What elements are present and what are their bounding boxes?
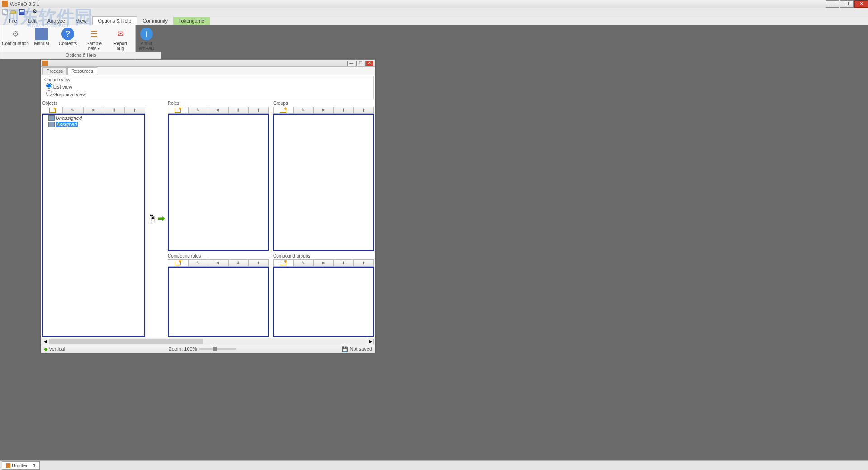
list-view-radio[interactable]: List view: [44, 82, 372, 90]
book-icon: [35, 28, 48, 40]
minimize-button[interactable]: —: [826, 0, 839, 8]
roles-list[interactable]: [168, 114, 269, 251]
roles-new-button[interactable]: [168, 107, 188, 114]
doc-icon: [42, 61, 48, 66]
svg-rect-2: [20, 10, 24, 12]
compound-groups-new-button[interactable]: [273, 259, 293, 267]
zoom-slider[interactable]: [199, 348, 236, 350]
about-button[interactable]: i About WoPeD: [134, 27, 159, 52]
contents-button[interactable]: ? Contents: [56, 27, 80, 52]
graphical-view-radio[interactable]: Graphical view: [44, 90, 372, 98]
report-bug-button[interactable]: ✉ Report bug: [108, 27, 132, 52]
doc-icon: [6, 463, 10, 468]
groups-list[interactable]: [273, 114, 374, 251]
objects-down-button[interactable]: ⬇: [104, 107, 125, 114]
app-title: WoPeD 3.6.1: [10, 1, 39, 7]
manual-button[interactable]: Manual: [29, 27, 54, 52]
scroll-left-button[interactable]: ◀: [42, 339, 48, 344]
tab-edit[interactable]: Edit: [23, 17, 42, 25]
scroll-right-button[interactable]: ▶: [368, 339, 374, 344]
child-close-button[interactable]: ✕: [365, 61, 373, 66]
child-minimize-button[interactable]: —: [347, 61, 355, 66]
vertical-icon: ◆: [44, 346, 47, 352]
open-icon[interactable]: [10, 9, 17, 16]
child-titlebar: — ☐ ✕: [41, 60, 375, 67]
tab-resources[interactable]: Resources: [67, 67, 97, 75]
compound-groups-edit-button[interactable]: ✎: [293, 259, 314, 267]
settings-icon[interactable]: ⚙: [33, 9, 40, 16]
choose-view-group: Choose view List view Graphical view: [42, 76, 374, 99]
objects-up-button[interactable]: ⬆: [124, 107, 145, 114]
groups-up-button[interactable]: ⬆: [354, 107, 374, 114]
app-statusbar: Untitled - 1: [0, 460, 868, 470]
tab-analyze[interactable]: Analyze: [42, 17, 71, 25]
tab-process[interactable]: Process: [42, 67, 67, 75]
save-status-label: Not saved: [349, 346, 372, 352]
tab-options-help[interactable]: Options & Help: [92, 16, 137, 25]
scroll-track[interactable]: [49, 339, 367, 344]
close-button[interactable]: ✕: [854, 0, 868, 8]
assign-arrow-area: 🖱 ➡: [145, 100, 168, 337]
roles-label: Roles: [168, 100, 269, 107]
maximize-button[interactable]: ☐: [840, 0, 854, 8]
compound-roles-edit-button[interactable]: ✎: [188, 259, 208, 267]
compound-groups-list[interactable]: [273, 267, 374, 337]
roles-down-button[interactable]: ⬇: [228, 107, 249, 114]
configuration-button[interactable]: ⚙ Configuration: [3, 27, 28, 52]
groups-delete-button[interactable]: ✖: [313, 107, 334, 114]
compound-roles-down-button[interactable]: ⬇: [228, 259, 249, 267]
objects-panel: Objects ✎ ✖ ⬇ ⬆ Unassigned: [42, 100, 145, 337]
compound-roles-list[interactable]: [168, 267, 269, 337]
svg-rect-0: [3, 9, 7, 15]
tab-tokengame[interactable]: Tokengame: [173, 17, 210, 25]
info-icon: i: [140, 28, 153, 40]
compound-groups-label: Compound groups: [273, 253, 374, 259]
child-hscroll[interactable]: ◀ ▶: [41, 338, 375, 345]
compound-groups-down-button[interactable]: ⬇: [334, 259, 354, 267]
scroll-thumb[interactable]: [49, 339, 203, 344]
objects-new-button[interactable]: [42, 107, 63, 114]
tab-community[interactable]: Community: [137, 17, 173, 25]
tab-file[interactable]: File: [4, 17, 23, 25]
roles-delete-button[interactable]: ✖: [208, 107, 228, 114]
arrow-right-icon[interactable]: ➡: [157, 213, 165, 224]
objects-list[interactable]: Unassigned Assigned: [42, 114, 145, 337]
compound-roles-delete-button[interactable]: ✖: [208, 259, 228, 267]
document-tab[interactable]: Untitled - 1: [2, 461, 40, 470]
objects-label: Objects: [42, 100, 145, 107]
help-icon: ?: [61, 28, 74, 40]
child-maximize-button[interactable]: ☐: [356, 61, 364, 66]
save-status-icon: 💾: [342, 346, 348, 352]
save-icon[interactable]: [18, 9, 25, 16]
objects-edit-button[interactable]: ✎: [63, 107, 84, 114]
tab-view[interactable]: View: [71, 17, 92, 25]
child-statusbar: ◆ Vertical Zoom: 100% 💾 Not saved: [41, 345, 375, 352]
objects-delete-button[interactable]: ✖: [83, 107, 104, 114]
roles-panel: Roles ✎ ✖ ⬇ ⬆: [168, 100, 269, 251]
compound-roles-new-button[interactable]: [168, 259, 188, 267]
roles-up-button[interactable]: ⬆: [248, 107, 269, 114]
new-icon: [280, 261, 286, 265]
mdi-area: — ☐ ✕ Process Resources Choose view List…: [0, 59, 868, 460]
quick-access-toolbar: ▾ | ⚙: [0, 8, 868, 16]
compound-roles-label: Compound roles: [168, 253, 269, 259]
groups-edit-button[interactable]: ✎: [293, 107, 314, 114]
folder-icon: [48, 122, 55, 127]
compound-roles-up-button[interactable]: ⬆: [248, 259, 269, 267]
list-icon: ☰: [88, 28, 100, 40]
zoom-label: Zoom: 100%: [169, 346, 197, 352]
roles-edit-button[interactable]: ✎: [188, 107, 208, 114]
compound-groups-delete-button[interactable]: ✖: [313, 259, 334, 267]
ribbon-panel: ⚙ Configuration Manual ? Contents ☰ Samp…: [0, 25, 136, 59]
editor-window: — ☐ ✕ Process Resources Choose view List…: [41, 59, 375, 353]
titlebar: WoPeD 3.6.1 — ☐ ✕: [0, 0, 868, 8]
tree-unassigned[interactable]: Unassigned: [43, 115, 144, 121]
tree-assigned[interactable]: Assigned: [43, 121, 144, 127]
sample-nets-button[interactable]: ☰ Sample nets ▾: [82, 27, 106, 52]
zoom-thumb[interactable]: [213, 347, 217, 351]
compound-groups-up-button[interactable]: ⬆: [354, 259, 374, 267]
new-icon[interactable]: [2, 9, 9, 16]
groups-down-button[interactable]: ⬇: [334, 107, 354, 114]
new-icon: [280, 108, 286, 113]
groups-new-button[interactable]: [273, 107, 293, 114]
